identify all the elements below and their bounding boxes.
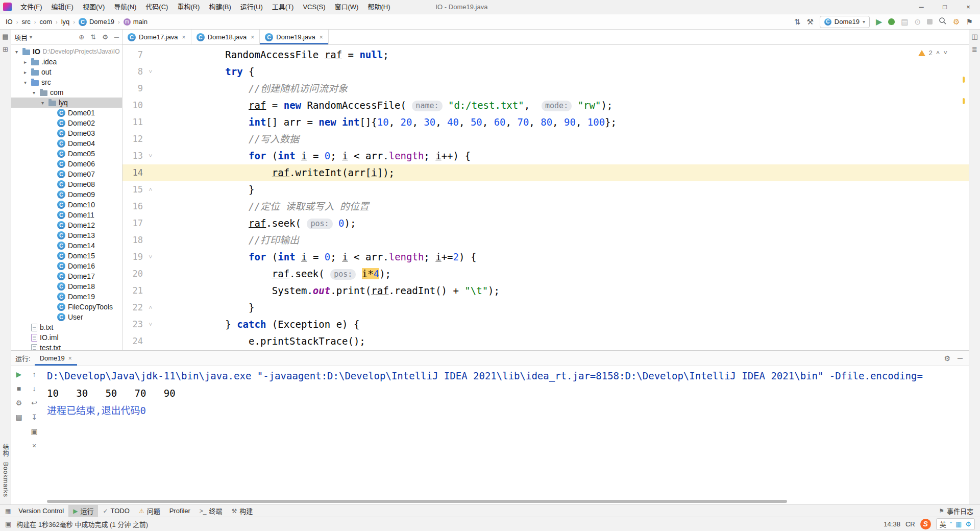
toolwindow-button-TODO[interactable]: ✓TODO <box>98 505 134 517</box>
ime-keyboard-icon[interactable]: ▦ <box>955 520 962 528</box>
window-layout-icon[interactable]: ▦ <box>2 505 14 517</box>
debug-button[interactable] <box>888 18 895 25</box>
code-editor[interactable]: 7 RandomAccessFile raf = null;8˅ try {9 … <box>122 45 969 350</box>
tab-Dome19.java[interactable]: CDome19.java× <box>260 30 329 44</box>
breadcrumb-item-src[interactable]: src <box>20 17 32 26</box>
tree-row-Dome12[interactable]: CDome12 <box>11 220 122 230</box>
bookmarks-tool-label[interactable]: Bookmarks <box>2 462 9 497</box>
breadcrumb-item-Dome19[interactable]: CDome19 <box>77 17 116 27</box>
code-line-7[interactable]: 7 RandomAccessFile raf = null; <box>122 46 969 63</box>
code-line-19[interactable]: 19˅ for (int i = 0; i < arr.length; i+=2… <box>122 249 969 266</box>
tree-row-Dome06[interactable]: CDome06 <box>11 159 122 169</box>
tree-row-Dome18[interactable]: CDome18 <box>11 281 122 292</box>
print-icon[interactable]: ▣ <box>31 427 37 436</box>
hide-panel-icon[interactable]: ─ <box>114 33 119 41</box>
menu-item-工具(T)[interactable]: 工具(T) <box>267 0 299 14</box>
profiler-icon[interactable]: ⊙ <box>915 18 921 26</box>
code-line-15[interactable]: 15˄ } <box>122 181 969 198</box>
code-line-22[interactable]: 22˄ } <box>122 299 969 316</box>
code-line-14[interactable]: 14 raf.writeInt(arr[i]); <box>122 164 969 181</box>
tree-row-Dome16[interactable]: CDome16 <box>11 261 122 271</box>
prev-problem-icon[interactable]: ˄ <box>936 49 940 57</box>
tree-row-FileCopyTools[interactable]: CFileCopyTools <box>11 302 122 312</box>
menu-item-构建(B)[interactable]: 构建(B) <box>204 0 235 14</box>
menu-item-视图(V)[interactable]: 视图(V) <box>78 0 109 14</box>
tree-row-Dome08[interactable]: CDome08 <box>11 179 122 189</box>
line-number[interactable]: 17 <box>122 215 146 232</box>
vcs-update-icon[interactable]: ⇅ <box>794 18 801 26</box>
tab-Dome17.java[interactable]: CDome17.java× <box>122 30 191 44</box>
build-hammer-icon[interactable]: ⚒ <box>806 18 813 26</box>
structure-tool-label[interactable]: 结构 <box>1 444 10 457</box>
gear-icon[interactable]: ⚙ <box>944 354 951 363</box>
tree-row-Dome11[interactable]: CDome11 <box>11 210 122 220</box>
toolwindow-button-问题[interactable]: ⚠问题 <box>134 505 165 517</box>
line-number[interactable]: 16 <box>122 198 146 215</box>
ime-toolbox-icon[interactable]: ⚙ <box>965 520 971 528</box>
menu-item-导航(N)[interactable]: 导航(N) <box>109 0 141 14</box>
menu-item-文件(F)[interactable]: 文件(F) <box>16 0 47 14</box>
line-number[interactable]: 18 <box>122 232 146 249</box>
code-line-23[interactable]: 23˅ } catch (Exception e) { <box>122 316 969 333</box>
tree-row-Dome09[interactable]: CDome09 <box>11 189 122 200</box>
toolwindow-button-运行[interactable]: ▶运行 <box>68 505 98 517</box>
scroll-to-source-icon[interactable]: ⇅ <box>90 33 96 41</box>
tree-row-b.txt[interactable]: b.txt <box>11 322 122 332</box>
breadcrumb-item-com[interactable]: com <box>38 17 54 26</box>
menu-item-运行(U)[interactable]: 运行(U) <box>236 0 267 14</box>
menu-item-VCS(S)[interactable]: VCS(S) <box>298 0 330 14</box>
ime-language-indicator[interactable]: 英 <box>940 519 946 529</box>
tree-row-IO.iml[interactable]: IO.iml <box>11 332 122 343</box>
code-line-21[interactable]: 21 System.out.print(raf.readInt() + "\t"… <box>122 282 969 299</box>
gradle-tool-icon[interactable]: ≣ <box>972 45 977 53</box>
menu-item-帮助(H)[interactable]: 帮助(H) <box>363 0 395 14</box>
line-number[interactable]: 22 <box>122 299 146 316</box>
line-number[interactable]: 15 <box>122 181 146 198</box>
code-line-18[interactable]: 18 //打印输出 <box>122 232 969 249</box>
console-line-1[interactable]: D:\Develop\Java\jdk-11\bin\java.exe "-ja… <box>47 367 964 384</box>
tree-row-src[interactable]: ▾src <box>11 77 122 87</box>
minimize-button[interactable]: ─ <box>910 0 933 14</box>
tree-row-Dome07[interactable]: CDome07 <box>11 169 122 179</box>
tree-row-Dome04[interactable]: CDome04 <box>11 138 122 149</box>
gear-icon[interactable]: ⚙ <box>102 33 108 41</box>
tree-row-IO[interactable]: ▾IOD:\Develop\Projects\Java\IO <box>11 46 122 57</box>
line-number[interactable]: 14 <box>122 164 146 181</box>
close-icon[interactable]: × <box>320 34 323 41</box>
tree-row-out[interactable]: ▸out <box>11 67 122 77</box>
menu-item-代码(C)[interactable]: 代码(C) <box>141 0 173 14</box>
inspections-widget[interactable]: 2 ˄ ˅ <box>918 49 947 57</box>
code-line-9[interactable]: 9 //创建随机访问流对象 <box>122 80 969 97</box>
run-button[interactable]: ▶ <box>876 18 882 26</box>
menu-item-重构(R)[interactable]: 重构(R) <box>173 0 204 14</box>
line-number[interactable]: 20 <box>122 266 146 282</box>
fold-marker-icon[interactable]: ˄ <box>146 299 155 316</box>
line-number[interactable]: 7 <box>122 46 146 63</box>
up-icon[interactable]: ↑ <box>33 370 36 378</box>
settings-icon[interactable]: ⚙ <box>16 399 22 407</box>
line-number[interactable]: 9 <box>122 80 146 97</box>
tree-expander-icon[interactable]: ▾ <box>22 80 29 85</box>
tree-row-com[interactable]: ▾com <box>11 87 122 98</box>
tree-row-Dome01[interactable]: CDome01 <box>11 108 122 118</box>
project-tool-icon[interactable]: ▤ <box>2 33 8 40</box>
tree-expander-icon[interactable]: ▾ <box>31 90 37 95</box>
line-number[interactable]: 8 <box>122 63 146 80</box>
close-icon[interactable]: × <box>182 34 186 41</box>
code-line-11[interactable]: 11 int[] arr = new int[]{10, 20, 30, 40,… <box>122 114 969 131</box>
settings-icon[interactable]: ⚙ <box>953 18 960 26</box>
tree-row-Dome10[interactable]: CDome10 <box>11 200 122 210</box>
tree-row-Dome19[interactable]: CDome19 <box>11 292 122 302</box>
fold-marker-icon[interactable]: ˅ <box>146 148 155 164</box>
line-number[interactable]: 21 <box>122 282 146 299</box>
line-number[interactable]: 11 <box>122 114 146 131</box>
softwrap-icon[interactable]: ↩ <box>31 399 37 407</box>
line-number[interactable]: 13 <box>122 148 146 164</box>
line-number[interactable]: 24 <box>122 333 146 350</box>
hide-panel-icon[interactable]: ─ <box>958 354 963 363</box>
stop-icon[interactable]: ■ <box>17 384 21 393</box>
tree-expander-icon[interactable]: ▾ <box>13 49 20 55</box>
expand-all-icon[interactable]: ⊕ <box>79 33 84 41</box>
tree-row-Dome02[interactable]: CDome02 <box>11 118 122 128</box>
close-icon[interactable]: × <box>68 355 72 362</box>
